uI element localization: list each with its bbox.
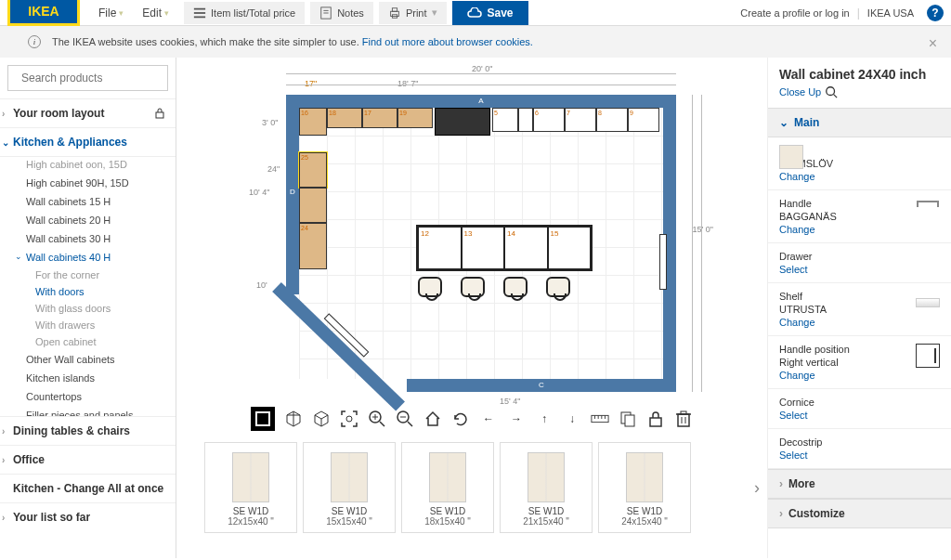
svg-rect-29 (678, 414, 689, 426)
stool[interactable] (461, 277, 485, 297)
prop-action-link[interactable]: Select (779, 410, 814, 421)
prop-thumb (916, 198, 940, 222)
product-card[interactable]: SE W1D15x15x40 " (303, 442, 396, 533)
tree-item[interactable]: Wall cabinets 30 H (9, 229, 176, 248)
cabinet[interactable]: 6 (533, 108, 565, 132)
acc-change-all[interactable]: Kitchen - Change All at once (0, 474, 176, 502)
tree-item[interactable]: High cabinet 90H, 15D (9, 174, 176, 192)
product-card[interactable]: SE W1D18x15x40 " (401, 442, 494, 533)
stool[interactable] (546, 277, 570, 297)
prop-action-link[interactable]: Select (779, 449, 822, 461)
zoom-in-icon[interactable] (368, 410, 386, 428)
search-input[interactable] (21, 72, 161, 85)
lock-icon (153, 107, 166, 120)
appliance[interactable] (435, 108, 490, 136)
cabinet[interactable]: 18 (327, 108, 362, 128)
stool[interactable] (418, 277, 442, 297)
view-3d-icon[interactable] (284, 410, 303, 428)
acc-room-layout[interactable]: ›Your room layout (0, 98, 176, 127)
tree-item[interactable]: Wall cabinets 15 H (9, 192, 176, 211)
ikea-logo[interactable]: IKEA (7, 0, 80, 26)
cabinet[interactable]: 19 (397, 108, 433, 128)
menu-edit[interactable]: Edit▾ (133, 3, 178, 23)
stool[interactable] (503, 277, 528, 297)
zoom-out-icon[interactable] (396, 410, 414, 428)
kitchen-island[interactable]: 12 13 14 15 (416, 225, 593, 271)
home-icon[interactable] (423, 410, 442, 428)
section-customize[interactable]: ›Customize (768, 499, 951, 528)
tree-sub-item[interactable]: With drawers (9, 317, 176, 333)
dimension-label: 10' 4" (249, 188, 269, 197)
cloud-icon (467, 7, 482, 19)
prop-action-link[interactable]: Change (779, 317, 827, 328)
cabinet[interactable]: 7 (565, 108, 596, 132)
cabinet[interactable]: 16 (299, 108, 327, 136)
closeup-link[interactable]: Close Up (768, 85, 951, 108)
acc-office[interactable]: ›Office (0, 445, 176, 474)
tree-sub-item[interactable]: Open cabinet (9, 333, 176, 350)
ruler-icon[interactable] (591, 410, 609, 428)
section-main[interactable]: ⌄Main (768, 108, 951, 137)
help-icon[interactable]: ? (927, 5, 944, 21)
chevron-right-icon[interactable]: › (754, 478, 760, 498)
prop-action-link[interactable]: Change (779, 370, 850, 381)
acc-kitchen[interactable]: ⌄Kitchen & Appliances (0, 127, 176, 156)
tree-item[interactable]: Filler pieces and panels (9, 406, 176, 416)
floorplan-canvas[interactable]: 20' 0" 17" 18' 7" 15' 0" 10' 4" 15' 4" 3… (176, 58, 767, 401)
cabinet[interactable]: 8 (596, 108, 628, 132)
country-link[interactable]: IKEA USA (860, 7, 921, 19)
cabinet[interactable]: 17 (362, 108, 397, 128)
cabinet[interactable] (299, 188, 327, 223)
cabinet[interactable]: 9 (628, 108, 659, 132)
menu-file[interactable]: File▾ (89, 3, 133, 23)
tree-sub-item[interactable]: With doors (9, 283, 176, 300)
list-icon (193, 7, 206, 20)
close-icon[interactable]: × (929, 35, 937, 52)
view-cube-icon[interactable] (312, 410, 331, 428)
tree-item[interactable]: High cabinet oon, 15D (9, 156, 176, 174)
itemlist-button[interactable]: Item list/Total price (184, 2, 305, 24)
zoom-fit-icon[interactable] (340, 410, 358, 428)
notes-button[interactable]: Notes (310, 2, 373, 24)
search-box[interactable] (7, 65, 168, 91)
print-button[interactable]: Print▾ (379, 2, 447, 24)
acc-dining[interactable]: ›Dining tables & chairs (0, 416, 176, 445)
trash-icon[interactable] (674, 410, 693, 428)
section-more[interactable]: ›More (768, 469, 951, 499)
product-card[interactable]: SE W1D24x15x40 " (598, 442, 691, 533)
cabinet[interactable]: 5 (492, 108, 518, 132)
product-card[interactable]: SE W1D12x15x40 " (204, 442, 297, 533)
product-strip: SE W1D12x15x40 " SE W1D15x15x40 " SE W1D… (176, 436, 767, 539)
prop-thumb (916, 298, 940, 307)
lock-icon[interactable] (646, 410, 665, 428)
arrow-left-icon[interactable]: ← (479, 410, 498, 428)
cabinet[interactable] (518, 108, 533, 132)
tree-item[interactable]: Kitchen islands (9, 369, 176, 387)
tree-item-selected[interactable]: ⌄Wall cabinets 40 H (9, 248, 176, 267)
cookie-link[interactable]: Find out more about browser cookies. (362, 36, 533, 47)
arrow-down-icon[interactable]: ↓ (563, 410, 581, 428)
undo-icon[interactable] (451, 410, 470, 428)
cabinet-selected[interactable]: 25 (299, 152, 327, 188)
prop-action-link[interactable]: Change (779, 171, 833, 182)
chevron-right-icon: › (2, 426, 5, 436)
tree-sub-item[interactable]: With glass doors (9, 300, 176, 317)
view-2d-icon[interactable] (251, 407, 275, 431)
tree-item[interactable]: Wall cabinets 20 H (9, 211, 176, 229)
save-button[interactable]: Save (452, 1, 528, 25)
acc-your-list[interactable]: ›Your list so far (0, 502, 176, 531)
chevron-down-icon: ▾ (432, 7, 437, 19)
arrow-up-icon[interactable]: ↑ (535, 410, 554, 428)
prop-action-link[interactable]: Select (779, 264, 812, 275)
tree-item[interactable]: Countertops (9, 387, 176, 406)
profile-link[interactable]: Create a profile or log in (733, 7, 856, 19)
tree-sub-item[interactable]: For the corner (9, 267, 176, 283)
property-row: Handle positionRight verticalChange (768, 336, 951, 389)
copy-icon[interactable] (619, 410, 637, 428)
prop-action-link[interactable]: Change (779, 224, 837, 235)
product-card[interactable]: SE W1D21x15x40 " (500, 442, 593, 533)
door[interactable] (659, 234, 667, 290)
tree-item[interactable]: Other Wall cabinets (9, 350, 176, 369)
cabinet[interactable]: 24 (299, 223, 327, 269)
arrow-right-icon[interactable]: → (507, 410, 526, 428)
